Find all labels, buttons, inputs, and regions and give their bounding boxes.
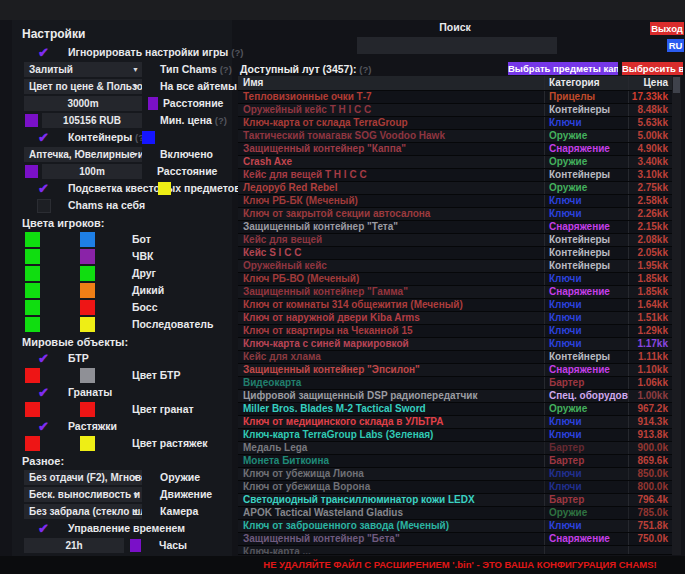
table-row[interactable]: Ключ-карта ... xyxy=(238,546,672,555)
table-row[interactable]: Ключ от убежища ВоронаКлючи800.0k xyxy=(238,481,672,494)
color-swatch-primary[interactable] xyxy=(25,368,40,383)
checkmark-icon[interactable]: ✔ xyxy=(38,129,49,146)
table-row[interactable]: Ключ РБ-ВО (Меченый)Ключи1.85kk xyxy=(238,273,672,286)
table-row[interactable]: Ключ от комнаты 314 общежития (Меченый)К… xyxy=(238,299,672,312)
table-row[interactable]: Цифровой защищенный DSP радиопередатчикС… xyxy=(238,390,672,403)
table-row[interactable]: Оружейный кейс T H I C CКонтейнеры8.48kk xyxy=(238,104,672,117)
drop-all-button[interactable]: Выбросить все xyxy=(622,62,683,75)
distance2-input[interactable]: 100m xyxy=(42,164,142,179)
column-header-name[interactable]: Имя xyxy=(238,76,544,90)
movement-dropdown[interactable]: Беск. выносливость и нет уста▼ xyxy=(24,487,142,502)
weapon-dropdown[interactable]: Без отдачи (F2), Мгновенное п▼ xyxy=(24,470,142,485)
containers-color-swatch[interactable] xyxy=(142,131,155,144)
table-row[interactable]: Защищенный контейнер "Каппа"Снаряжение4.… xyxy=(238,143,672,156)
column-header-category[interactable]: Категория xyxy=(544,76,628,90)
color-swatch-secondary[interactable] xyxy=(80,232,95,247)
setting-label: Тип Chams xyxy=(160,63,217,75)
table-row[interactable]: Защищенный контейнер "Бета"Снаряжение750… xyxy=(238,533,672,546)
table-row[interactable]: Ледоруб Red RebelОружие2.75kk xyxy=(238,182,672,195)
item-price: 2.26kk xyxy=(628,208,672,220)
distance-input[interactable]: 3000m xyxy=(24,96,142,111)
table-row[interactable]: Оружейный кейсКонтейнеры1.95kk xyxy=(238,260,672,273)
table-row[interactable]: Защищенный контейнер "Эпсилон"Снаряжение… xyxy=(238,364,672,377)
color-swatch-primary[interactable] xyxy=(25,436,40,451)
table-row[interactable]: Ключ от убежища ЛионаКлючи850.0k xyxy=(238,468,672,481)
table-row[interactable]: Кейс для вещейКонтейнеры2.08kk xyxy=(238,234,672,247)
checkbox-unchecked[interactable] xyxy=(37,199,51,213)
item-price: 2.75kk xyxy=(628,182,672,194)
checkmark-icon[interactable]: ✔ xyxy=(38,350,49,367)
scrollbar-thumb[interactable] xyxy=(673,77,680,93)
chams-type-dropdown[interactable]: Залитый▼ xyxy=(24,62,142,77)
distance-color-swatch[interactable] xyxy=(148,97,158,110)
table-row[interactable]: APOK Tactical Wasteland GladiusОружие785… xyxy=(238,507,672,520)
color-swatch-secondary[interactable] xyxy=(80,300,95,315)
camera-dropdown[interactable]: Без забрала (стекло шлема)▼ xyxy=(24,504,142,519)
color-swatch-secondary[interactable] xyxy=(80,436,95,451)
color-swatch-secondary[interactable] xyxy=(80,402,95,417)
color-swatch-secondary[interactable] xyxy=(80,317,95,332)
hours-color-swatch[interactable] xyxy=(130,539,141,552)
table-row[interactable]: Ключ от заброшенного завода (Меченый)Клю… xyxy=(238,520,672,533)
color-swatch-secondary[interactable] xyxy=(80,283,95,298)
color-swatch-primary[interactable] xyxy=(25,266,40,281)
item-name: Кейс для вещей T H I C C xyxy=(238,169,544,181)
all-items-dropdown[interactable]: Цвет по цене & Пользователь▼ xyxy=(24,79,142,94)
item-name: Ключ от убежища Ворона xyxy=(238,481,544,493)
table-row[interactable]: Miller Bros. Blades M-2 Tactical SwordОр… xyxy=(238,403,672,416)
color-swatch-primary[interactable] xyxy=(25,300,40,315)
min-price-input[interactable]: 105156 RUB xyxy=(42,113,142,128)
table-row[interactable]: Ключ-карта от склада TerraGroupКлючи5.63… xyxy=(238,117,672,130)
item-filter-dropdown[interactable]: Аптечка, Ювелирные и...▼ xyxy=(24,147,142,162)
search-input[interactable] xyxy=(357,37,557,54)
table-row[interactable]: Ключ от медицинского склада в УЛЬТРАКлюч… xyxy=(238,416,672,429)
table-row[interactable]: Защищенный контейнер "Гамма"Снаряжение1.… xyxy=(238,286,672,299)
table-row[interactable]: Ключ от квартиры на Чеканной 15Ключи1.29… xyxy=(238,325,672,338)
color-swatch-primary[interactable] xyxy=(25,232,40,247)
color-swatch-secondary[interactable] xyxy=(80,368,95,383)
table-row[interactable]: Тактический томагавк SOG Voodoo HawkОруж… xyxy=(238,130,672,143)
hours-input[interactable]: 21h xyxy=(24,538,124,553)
color-swatch-secondary[interactable] xyxy=(80,266,95,281)
table-row[interactable]: ВидеокартаБартер1.06kk xyxy=(238,377,672,390)
checkmark-icon[interactable]: ✔ xyxy=(38,520,49,537)
table-row[interactable]: Ключ РБ-БК (Меченый)Ключи2.58kk xyxy=(238,195,672,208)
color-swatch-primary[interactable] xyxy=(25,402,40,417)
checkmark-icon[interactable]: ✔ xyxy=(38,418,49,435)
exit-button[interactable]: Выход xyxy=(650,22,684,35)
quest-color-swatch[interactable] xyxy=(158,182,171,195)
table-row[interactable]: Ключ от закрытой секции автосалонаКлючи2… xyxy=(238,208,672,221)
table-row[interactable]: Защищенный контейнер "Тета"Снаряжение2.1… xyxy=(238,221,672,234)
color-swatch-primary[interactable] xyxy=(25,317,40,332)
table-row[interactable]: Медаль LegaБартер900.0k xyxy=(238,442,672,455)
table-row[interactable]: Кейс для вещей T H I C CКонтейнеры3.10kk xyxy=(238,169,672,182)
scrollbar[interactable] xyxy=(672,76,681,555)
language-button[interactable]: RU xyxy=(667,39,684,52)
table-row[interactable]: Ключ от наружной двери Kiba ArmsКлючи1.5… xyxy=(238,312,672,325)
color-swatch-primary[interactable] xyxy=(25,249,40,264)
color-swatch-secondary[interactable] xyxy=(80,249,95,264)
table-row[interactable]: Ключ-карта с синей маркировкойКлючи1.17k… xyxy=(238,338,672,351)
item-name: Ключ-карта ... xyxy=(238,546,544,554)
loot-rows: Тепловизионные очки Т-7Прицелы17.33kkОру… xyxy=(238,91,672,555)
column-header-price[interactable]: Цена xyxy=(628,76,672,90)
distance2-color-swatch[interactable] xyxy=(25,165,38,178)
checkmark-icon[interactable]: ✔ xyxy=(38,44,49,61)
min-price-color-swatch[interactable] xyxy=(25,114,38,127)
checkmark-icon[interactable]: ✔ xyxy=(38,384,49,401)
item-category: Снаряжение xyxy=(544,286,628,298)
item-name: Защищенный контейнер "Каппа" xyxy=(238,143,544,155)
color-swatch-primary[interactable] xyxy=(25,283,40,298)
table-row[interactable]: Светодиодный трансиллюминатор кожи LEDXБ… xyxy=(238,494,672,507)
table-row[interactable]: Crash AxeОружие3.40kk xyxy=(238,156,672,169)
setting-hours: 21h Часы xyxy=(12,537,232,554)
select-kappa-items-button[interactable]: Выбрать предметы каппа xyxy=(508,62,618,75)
table-row[interactable]: Кейс S I C CКонтейнеры2.05kk xyxy=(238,247,672,260)
checkmark-icon[interactable]: ✔ xyxy=(38,180,49,197)
item-name: Ключ-карта от склада TerraGroup xyxy=(238,117,544,129)
table-row[interactable]: Монета БиткоинаБартер869.6k xyxy=(238,455,672,468)
table-row[interactable]: Ключ-карта TerraGroup Labs (Зеленая)Ключ… xyxy=(238,429,672,442)
table-row[interactable]: Кейс для хламаКонтейнеры1.11kk xyxy=(238,351,672,364)
table-row[interactable]: Тепловизионные очки Т-7Прицелы17.33kk xyxy=(238,91,672,104)
item-category: Бартер xyxy=(544,455,628,467)
